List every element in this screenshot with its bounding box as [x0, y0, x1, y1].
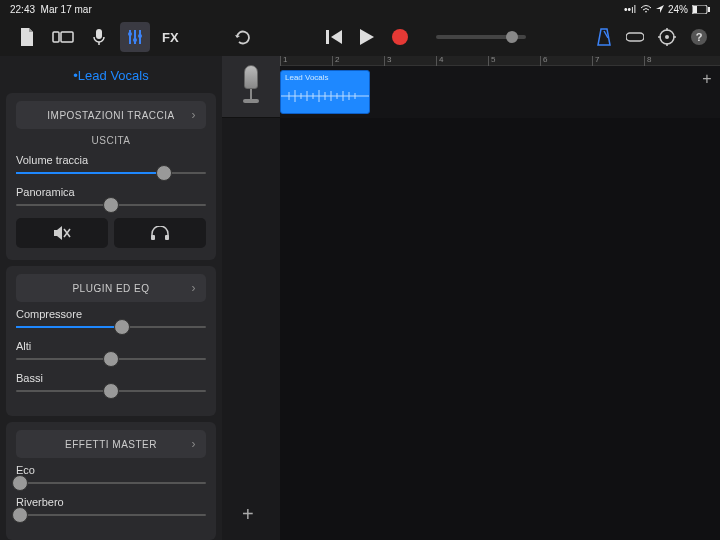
mic-track-icon — [236, 65, 266, 109]
svg-rect-2 — [708, 7, 710, 12]
highs-slider[interactable] — [16, 358, 206, 360]
svg-rect-13 — [326, 30, 329, 44]
chevron-right-icon: › — [192, 437, 197, 451]
status-bar: 22:43 Mar 17 mar ••ıl 24% — [0, 0, 720, 18]
plugin-eq-header[interactable]: PLUGIN ED EQ › — [16, 274, 206, 302]
add-section-button[interactable]: + — [694, 66, 720, 92]
master-fx-header[interactable]: EFFETTI MASTER › — [16, 430, 206, 458]
battery-pct: 24% — [668, 4, 688, 15]
settings-icon[interactable] — [658, 28, 676, 46]
chevron-right-icon: › — [192, 281, 197, 295]
metronome-icon[interactable] — [596, 28, 612, 46]
play-icon[interactable] — [360, 29, 374, 45]
clock: 22:43 — [10, 4, 35, 15]
svg-point-8 — [128, 32, 132, 36]
controls-icon[interactable] — [120, 22, 150, 52]
echo-label: Eco — [16, 464, 206, 476]
camera-icon[interactable] — [48, 22, 78, 52]
track-header-column — [222, 56, 280, 540]
svg-point-12 — [138, 34, 142, 38]
solo-headphones-button[interactable] — [114, 218, 206, 248]
echo-slider[interactable] — [16, 482, 206, 484]
location-icon — [656, 5, 664, 13]
track-name-label[interactable]: •Lead Vocals — [6, 60, 216, 93]
svg-rect-3 — [53, 32, 59, 42]
svg-point-16 — [665, 35, 669, 39]
compressor-label: Compressore — [16, 308, 206, 320]
volume-label: Volume traccia — [16, 154, 206, 166]
mic-icon[interactable] — [84, 22, 114, 52]
volume-slider[interactable] — [16, 172, 206, 174]
output-subhead: USCITA — [16, 135, 206, 146]
loop-icon[interactable] — [626, 30, 644, 44]
wifi-icon — [640, 4, 652, 14]
lows-slider[interactable] — [16, 390, 206, 392]
svg-rect-1 — [693, 6, 697, 13]
svg-rect-5 — [96, 29, 102, 39]
chevron-right-icon: › — [192, 108, 197, 122]
reverb-slider[interactable] — [16, 514, 206, 516]
track-lane[interactable]: Lead Vocals — [280, 66, 720, 118]
svg-point-10 — [133, 38, 137, 42]
reverb-label: Riverbero — [16, 496, 206, 508]
timeline-ruler[interactable]: 12345678 — [280, 56, 720, 66]
battery-icon — [692, 5, 710, 14]
track-area[interactable]: 12345678 Lead Vocals — [222, 56, 720, 540]
mute-button[interactable] — [16, 218, 108, 248]
document-icon[interactable] — [12, 22, 42, 52]
audio-clip[interactable]: Lead Vocals — [280, 70, 370, 114]
track-header[interactable] — [222, 56, 280, 118]
undo-icon[interactable] — [227, 22, 257, 52]
signal-icon: ••ıl — [624, 4, 636, 15]
track-settings-header[interactable]: IMPOSTAZIONI TRACCIA › — [16, 101, 206, 129]
clip-label: Lead Vocals — [281, 71, 369, 84]
track-sidebar: •Lead Vocals IMPOSTAZIONI TRACCIA › USCI… — [0, 56, 222, 540]
pan-slider[interactable] — [16, 204, 206, 206]
help-icon[interactable]: ? — [690, 28, 708, 46]
date: Mar 17 mar — [41, 4, 92, 15]
status-right: ••ıl 24% — [624, 4, 710, 15]
compressor-slider[interactable] — [16, 326, 206, 328]
toolbar: FX ? — [0, 18, 720, 56]
svg-rect-4 — [61, 32, 73, 42]
position-slider[interactable] — [436, 35, 526, 39]
fx-button[interactable]: FX — [156, 22, 185, 52]
svg-rect-26 — [165, 235, 169, 240]
record-icon[interactable] — [392, 29, 408, 45]
rewind-icon[interactable] — [326, 30, 342, 44]
svg-rect-25 — [151, 235, 155, 240]
svg-text:?: ? — [696, 31, 703, 43]
add-track-button[interactable]: + — [242, 503, 254, 526]
